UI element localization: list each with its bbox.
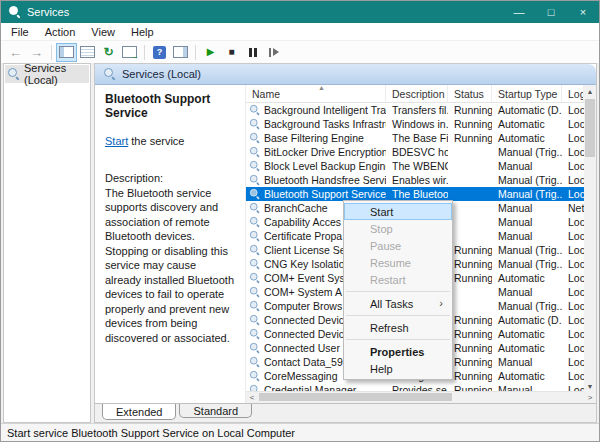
name-cell: Background Intelligent Tran... [246,104,386,116]
tab-standard[interactable]: Standard [179,404,252,418]
show-console-tree-button[interactable] [56,43,77,62]
pause-service-button[interactable] [242,43,263,62]
status-cell: Running [448,342,492,354]
properties-button[interactable] [77,43,98,62]
startup-type-cell: Automatic [492,118,562,130]
maximize-button[interactable]: □ [535,1,567,23]
back-button[interactable]: ← [5,43,26,62]
description-cell: The Base Fil... [386,132,448,144]
console-header-label: Services (Local) [122,68,201,80]
context-menu-item-help[interactable]: Help [344,360,452,377]
service-icon [250,119,260,129]
close-button[interactable]: × [567,1,599,23]
help-button[interactable]: ? [149,43,170,62]
export-list-icon [122,46,137,58]
column-header-name[interactable]: Name [246,85,386,102]
column-header-description[interactable]: Description [386,85,448,102]
vertical-scrollbar[interactable]: ▲ ▼ [584,85,596,392]
log-on-as-cell: Loc [562,132,584,144]
stop-service-button[interactable]: ■ [221,43,242,62]
context-menu-item-all-tasks[interactable]: All Tasks› [344,295,452,312]
context-menu-item-pause[interactable]: Pause [344,237,452,254]
sidebar-item-label: Services (Local) [24,62,86,86]
startup-type-cell: Manual (Trig... [492,146,562,158]
table-row[interactable]: Base Filtering EngineThe Base Fil...Runn… [246,131,584,145]
service-icon [250,105,260,115]
horizontal-scrollbar[interactable]: < > [246,391,596,403]
name-cell: Credential Manager [246,384,386,391]
service-icon [250,217,260,227]
sort-ascending-icon: ▲ [318,84,325,91]
log-on-as-cell: Loc [562,258,584,270]
submenu-arrow-icon: › [439,298,443,309]
service-name: Bluetooth Handsfree Service [264,174,386,186]
title-bar[interactable]: Services —□× [1,1,599,23]
table-row[interactable]: Background Tasks Infrastru...Windows in.… [246,117,584,131]
vscroll-thumb[interactable] [585,99,595,157]
tab-extended[interactable]: Extended [102,404,176,420]
table-row[interactable]: Credential ManagerProvides se...RunningM… [246,383,584,391]
context-menu-item-refresh[interactable]: Refresh [344,319,452,336]
service-action: Start the service [105,135,235,147]
service-name: Client License Se [264,244,346,256]
column-header-status[interactable]: Status [448,85,492,102]
status-cell: Running [448,132,492,144]
hscroll-thumb[interactable] [259,393,452,401]
pause-service-icon [249,48,257,57]
show-action-pane-button[interactable] [170,43,191,62]
context-menu-item-start[interactable]: Start [344,203,452,220]
restart-service-button[interactable] [263,43,284,62]
scroll-left-icon[interactable]: < [246,392,258,402]
list-column-headers: ▲ NameDescriptionStatusStartup TypeLog [246,85,596,103]
start-service-link[interactable]: Start [105,135,128,147]
service-icon [250,329,260,339]
refresh-button[interactable]: ↻ [98,43,119,62]
status-cell: Running [448,370,492,382]
context-menu-item-properties[interactable]: Properties [344,343,452,360]
log-on-as-cell: Loc [562,146,584,158]
context-menu-item-resume[interactable]: Resume [344,254,452,271]
sidebar-item-services-local[interactable]: Services (Local) [5,65,89,83]
startup-type-cell: Automatic (D... [492,104,562,116]
menu-help[interactable]: Help [123,23,162,40]
service-title: Bluetooth Support Service [105,92,235,120]
table-row[interactable]: Block Level Backup Engine ...The WBENG..… [246,159,584,173]
start-service-button[interactable]: ▶ [200,43,221,62]
log-on-as-cell: Loc [562,272,584,284]
table-row[interactable]: Bluetooth Handsfree ServiceEnables wir..… [246,173,584,187]
minimize-button[interactable]: — [503,1,535,23]
status-text: Start service Bluetooth Support Service … [7,427,295,439]
column-header-startup-type[interactable]: Startup Type [492,85,562,102]
service-icon [250,133,260,143]
table-row[interactable]: BitLocker Drive Encryption ...BDESVC hos… [246,145,584,159]
menu-file[interactable]: File [3,23,37,40]
start-service-icon: ▶ [207,47,215,57]
startup-type-cell: Automatic [492,132,562,144]
status-cell: Running [448,258,492,270]
name-cell: Base Filtering Engine [246,132,386,144]
name-cell: Block Level Backup Engine ... [246,160,386,172]
log-on-as-cell: Loc [562,356,584,368]
scroll-right-icon[interactable]: > [584,392,596,402]
service-name: Block Level Backup Engine ... [264,160,386,172]
status-bar: Start service Bluetooth Support Service … [1,423,599,441]
context-menu-item-stop[interactable]: Stop [344,220,452,237]
scroll-up-icon[interactable]: ▲ [584,85,596,97]
description-label: Description: [105,172,163,184]
menu-view[interactable]: View [83,23,123,40]
forward-button[interactable]: → [26,43,47,62]
service-name: Certificate Propa [264,230,342,242]
menu-action[interactable]: Action [37,23,84,40]
table-row[interactable]: Background Intelligent Tran...Transfers … [246,103,584,117]
startup-type-cell: Automatic (D... [492,314,562,326]
export-list-button[interactable] [119,43,140,62]
service-name: BitLocker Drive Encryption ... [264,146,386,158]
table-row[interactable]: Bluetooth Support ServiceThe Bluetoo...M… [246,187,584,201]
service-name: Computer Brows [264,300,342,312]
startup-type-cell: Manual (Trig... [492,258,562,270]
scroll-down-icon[interactable]: ▼ [584,380,596,392]
status-cell: Running [448,356,492,368]
service-icon [250,189,260,199]
column-header-log[interactable]: Log [562,85,584,102]
context-menu-item-restart[interactable]: Restart [344,271,452,288]
